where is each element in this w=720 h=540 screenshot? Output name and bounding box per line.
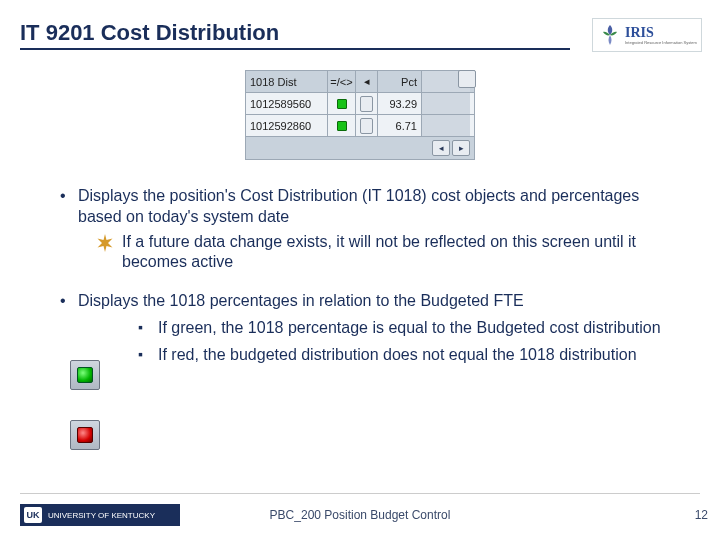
slide-content: Displays the position's Cost Distributio… [0,160,720,366]
sub-bullet-red: If red, the budgeted distribution does n… [138,345,680,366]
iris-logo-text: IRIS [625,25,697,41]
cell-spacer [422,93,470,114]
university-name: UNIVERSITY OF KENTUCKY [48,511,155,520]
col-header-dist: 1018 Dist [246,71,328,92]
col-header-expand-icon[interactable]: ◂ [356,71,378,92]
cell-status [328,115,356,136]
sub-bullet-green-text: If green, the 1018 percentage is equal t… [158,319,661,336]
table-footer: ◂ ▸ [246,137,474,159]
iris-logo: IRIS Integrated Resource Information Sys… [592,18,702,52]
cell-spacer [422,115,470,136]
cell-expand[interactable] [356,93,378,114]
status-green-icon [337,99,347,109]
bullet-2-text: Displays the 1018 percentages in relatio… [78,292,524,309]
slide-header: IT 9201 Cost Distribution IRIS Integrate… [0,0,720,50]
uk-badge-icon: UK [24,507,42,523]
bullet-2: Displays the 1018 percentages in relatio… [60,291,680,365]
scroll-left-button[interactable]: ◂ [432,140,450,156]
cell-pct: 6.71 [378,115,422,136]
green-indicator-example [70,360,100,390]
status-green-icon [337,121,347,131]
slide-footer: UK UNIVERSITY OF KENTUCKY PBC_200 Positi… [0,504,720,526]
sub-bullet-green: If green, the 1018 percentage is equal t… [138,318,680,339]
table-row[interactable]: 1012592860 6.71 [246,115,474,137]
col-header-compare: =/<> [328,71,356,92]
table-row[interactable]: 1012589560 93.29 [246,93,474,115]
green-led-icon [77,367,93,383]
page-number: 12 [695,508,708,522]
table-config-button[interactable] [458,70,476,88]
cell-pct: 93.29 [378,93,422,114]
footer-title: PBC_200 Position Budget Control [270,508,451,522]
bullet-1-note: If a future data change exists, it will … [96,232,680,274]
cost-distribution-table: 1018 Dist =/<> ◂ Pct 1012589560 93.29 10… [245,70,475,160]
iris-flower-icon [597,22,623,48]
cell-dist-id: 1012592860 [246,115,328,136]
cell-dist-id: 1012589560 [246,93,328,114]
footer-divider [20,493,700,494]
bullet-1-note-text: If a future data change exists, it will … [122,233,636,271]
university-logo: UK UNIVERSITY OF KENTUCKY [20,504,180,526]
red-led-icon [77,427,93,443]
red-indicator-example [70,420,100,450]
sub-bullet-red-text: If red, the budgeted distribution does n… [158,346,637,363]
title-underline [20,48,300,50]
scroll-right-button[interactable]: ▸ [452,140,470,156]
col-header-pct: Pct [378,71,422,92]
star-icon [96,234,114,252]
cell-status [328,93,356,114]
table-header-row: 1018 Dist =/<> ◂ Pct [246,71,474,93]
page-title: IT 9201 Cost Distribution [20,20,570,50]
cell-expand[interactable] [356,115,378,136]
bullet-1-text: Displays the position's Cost Distributio… [78,187,639,225]
bullet-1: Displays the position's Cost Distributio… [60,186,680,273]
iris-logo-subtitle: Integrated Resource Information System [625,41,697,45]
